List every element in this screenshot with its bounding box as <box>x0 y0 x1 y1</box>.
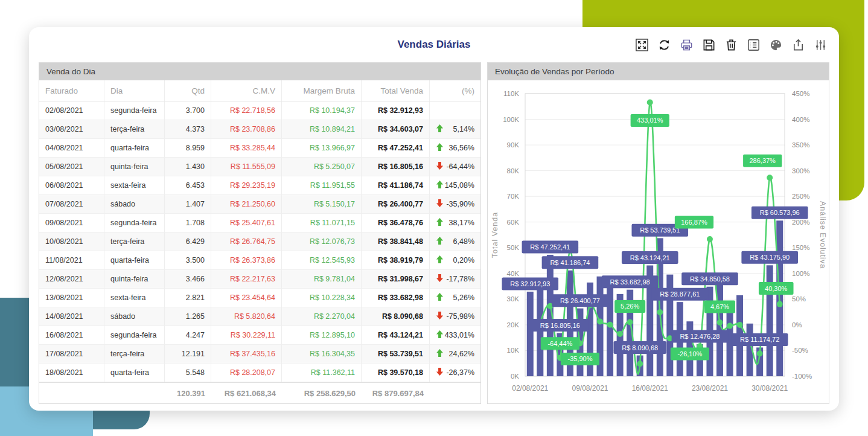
cell-cmv: R$ 11.555,09 <box>211 158 282 176</box>
cell-faturado: 13/08/2021 <box>39 289 104 307</box>
table-row[interactable]: 05/08/2021 quinta-feira 1.430 R$ 11.555,… <box>39 158 480 176</box>
trend-arrow-icon <box>436 180 444 191</box>
save-icon[interactable] <box>701 37 716 53</box>
table-panel-title: Venda do Dia <box>39 63 480 80</box>
refresh-icon[interactable] <box>657 37 672 53</box>
cell-total: R$ 43.124,21 <box>362 326 430 345</box>
svg-text:40,30%: 40,30% <box>765 285 788 292</box>
cell-qtd: 1.430 <box>165 158 211 176</box>
table-row[interactable]: 07/08/2021 sábado 1.407 R$ 21.250,60 R$ … <box>39 195 480 214</box>
svg-text:R$ 11.174,72: R$ 11.174,72 <box>740 336 779 343</box>
cell-total: R$ 34.603,07 <box>362 120 430 139</box>
cell-cmv: R$ 37.435,16 <box>211 345 282 364</box>
cell-faturado: 17/08/2021 <box>39 345 104 364</box>
cell-margem: R$ 5.250,07 <box>282 158 362 176</box>
table-row[interactable]: 02/08/2021 segunda-feira 3.700 R$ 22.718… <box>39 101 480 120</box>
table-row[interactable]: 09/08/2021 segunda-feira 1.708 R$ 25.407… <box>39 214 480 232</box>
cell-qtd: 3.500 <box>165 251 211 270</box>
table-row[interactable]: 03/08/2021 terça-feira 4.373 R$ 23.708,8… <box>39 120 480 139</box>
svg-text:R$ 32.912,93: R$ 32.912,93 <box>510 280 550 287</box>
column-header[interactable]: Total Venda <box>362 80 430 101</box>
svg-text:0K: 0K <box>511 373 519 380</box>
table-row[interactable]: 17/08/2021 terça-feira 12.191 R$ 37.435,… <box>39 345 480 364</box>
svg-text:166,87%: 166,87% <box>681 219 707 226</box>
total-qtd: 120.391 <box>165 382 211 404</box>
sales-table-panel: Venda do Dia FaturadoDiaQtdC.M.VMargem B… <box>39 62 481 404</box>
svg-text:Total Venda: Total Venda <box>491 212 499 258</box>
cell-pct: 36,56% <box>430 139 480 158</box>
cell-dia: quinta-feira <box>104 270 165 289</box>
cell-margem: R$ 10.228,34 <box>282 289 362 307</box>
column-header[interactable]: Margem Bruta <box>282 80 362 101</box>
table-row[interactable]: 14/08/2021 sábado 1.265 R$ 5.820,64 R$ 2… <box>39 307 480 326</box>
cell-margem: R$ 16.304,35 <box>282 345 362 364</box>
settings-icon[interactable] <box>813 37 828 53</box>
cell-qtd: 6.453 <box>165 176 211 195</box>
evolution-chart[interactable]: 0K10K20K30K40K50K60K70K80K90K100K110K-10… <box>488 80 829 405</box>
cell-dia: segunda-feira <box>104 326 165 345</box>
column-header[interactable]: C.M.V <box>211 80 282 101</box>
trend-arrow-icon <box>436 292 444 303</box>
table-row[interactable]: 13/08/2021 sexta-feira 2.821 R$ 23.454,6… <box>39 289 480 307</box>
list-icon[interactable] <box>746 37 761 53</box>
print-icon[interactable] <box>679 37 694 53</box>
cell-cmv: R$ 22.217,63 <box>211 270 282 289</box>
cell-dia: segunda-feira <box>104 214 165 232</box>
column-header[interactable]: Qtd <box>165 80 211 101</box>
cell-faturado: 10/08/2021 <box>39 232 104 251</box>
svg-text:R$ 47.252,41: R$ 47.252,41 <box>530 243 570 251</box>
svg-text:10K: 10K <box>507 347 520 354</box>
palette-icon[interactable] <box>768 37 783 53</box>
chart-panel-title: Evolução de Vendas por Período <box>488 63 829 80</box>
table-row[interactable]: 18/08/2021 quarta-feira 5.548 R$ 28.208,… <box>39 364 480 382</box>
table-row[interactable]: 12/08/2021 quinta-feira 3.466 R$ 22.217,… <box>39 270 480 289</box>
table-row[interactable]: 11/08/2021 quarta-feira 3.500 R$ 26.373,… <box>39 251 480 270</box>
trend-arrow-icon <box>436 274 444 284</box>
dashboard-header: Vendas Diárias <box>29 27 839 62</box>
export-icon[interactable] <box>791 37 806 53</box>
trend-arrow-icon <box>436 311 444 322</box>
cell-total: R$ 38.919,79 <box>362 251 430 270</box>
trend-arrow-icon <box>436 199 444 210</box>
cell-margem: R$ 10.194,37 <box>282 101 362 120</box>
cell-dia: sábado <box>104 195 165 214</box>
cell-margem: R$ 2.270,04 <box>282 307 362 326</box>
cell-pct: -26,37% <box>430 364 480 382</box>
cell-total: R$ 16.805,16 <box>362 158 430 176</box>
table-row[interactable]: 04/08/2021 quarta-feira 8.959 R$ 33.285,… <box>39 139 480 158</box>
cell-total: R$ 31.998,67 <box>362 270 430 289</box>
column-header[interactable]: Dia <box>104 80 165 101</box>
column-header[interactable]: Faturado <box>39 80 104 101</box>
trend-arrow-icon <box>436 348 444 359</box>
cell-faturado: 05/08/2021 <box>39 158 104 176</box>
expand-icon[interactable] <box>634 37 649 53</box>
cell-dia: quinta-feira <box>104 158 165 176</box>
svg-text:5,26%: 5,26% <box>621 303 639 310</box>
cell-pct: 433,01% <box>430 326 480 345</box>
cell-total: R$ 39.570,18 <box>362 364 430 382</box>
cell-dia: sexta-feira <box>104 176 165 195</box>
delete-icon[interactable] <box>724 37 739 53</box>
svg-text:R$ 12.476,28: R$ 12.476,28 <box>680 333 720 340</box>
cell-cmv: R$ 25.407,61 <box>211 214 282 232</box>
cell-margem: R$ 13.966,97 <box>282 139 362 158</box>
svg-text:R$ 16.805,16: R$ 16.805,16 <box>540 322 580 329</box>
cell-cmv: R$ 23.708,86 <box>211 120 282 139</box>
table-row[interactable]: 10/08/2021 terça-feira 6.429 R$ 26.764,7… <box>39 232 480 251</box>
svg-text:09/08/2021: 09/08/2021 <box>572 384 608 393</box>
table-row[interactable]: 16/08/2021 segunda-feira 4.247 R$ 30.229… <box>39 326 480 345</box>
cell-cmv: R$ 28.208,07 <box>211 364 282 382</box>
cell-dia: terça-feira <box>104 232 165 251</box>
cell-dia: quarta-feira <box>104 364 165 382</box>
cell-total: R$ 47.252,41 <box>362 139 430 158</box>
svg-text:450%: 450% <box>792 90 809 97</box>
cell-pct: -35,90% <box>430 195 480 214</box>
cell-pct: -17,78% <box>430 270 480 289</box>
svg-text:-64,44%: -64,44% <box>547 340 572 347</box>
cell-cmv: R$ 30.229,11 <box>211 326 282 345</box>
page-title: Vendas Diárias <box>398 39 471 51</box>
column-header[interactable]: (%) <box>430 80 480 101</box>
svg-text:R$ 60.573,96: R$ 60.573,96 <box>760 209 800 216</box>
table-row[interactable]: 06/08/2021 sexta-feira 6.453 R$ 29.235,1… <box>39 176 480 195</box>
svg-text:R$ 43.175,90: R$ 43.175,90 <box>750 254 790 261</box>
